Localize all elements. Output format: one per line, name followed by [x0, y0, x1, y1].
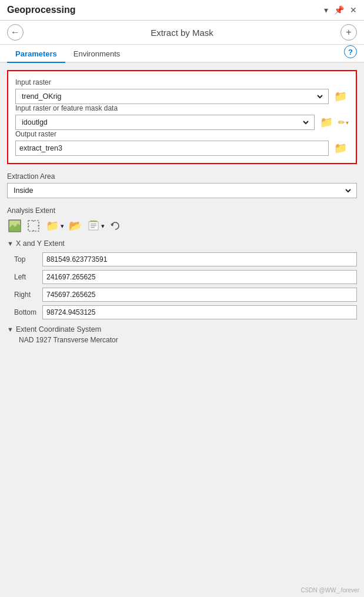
input-mask-browse-button[interactable]: 📁: [318, 115, 335, 130]
tab-parameters[interactable]: Parameters: [7, 45, 65, 63]
paste-chevron[interactable]: ▾: [101, 222, 105, 230]
folder-icon-4: 📁: [46, 219, 59, 232]
bottom-input[interactable]: [42, 305, 357, 319]
bottom-label: Bottom: [7, 308, 42, 316]
back-arrow-icon: ←: [11, 27, 20, 38]
help-button[interactable]: ?: [344, 45, 357, 58]
tabs-bar: Parameters Environments ?: [0, 45, 364, 63]
svg-rect-10: [91, 225, 96, 226]
input-raster-browse-button[interactable]: 📁: [332, 89, 349, 104]
pencil-chevron: ▾: [346, 119, 349, 126]
input-raster-select[interactable]: trend_OKrig: [19, 92, 325, 101]
bottom-field-row: Bottom: [7, 305, 357, 319]
extraction-area-section: Extraction Area Inside Outside: [7, 172, 357, 198]
undo-icon: [109, 220, 121, 232]
extraction-area-label: Extraction Area: [7, 172, 357, 181]
plus-icon: +: [346, 27, 351, 38]
extraction-area-dropdown[interactable]: Inside Outside: [7, 183, 357, 198]
xy-extent-label: X and Y Extent: [16, 239, 65, 248]
coord-system-label: Extent Coordinate System: [16, 325, 101, 333]
output-raster-browse-button[interactable]: 📁: [332, 141, 349, 156]
pencil-icon: ✏: [338, 118, 345, 127]
coord-system-value: NAD 1927 Transverse Mercator: [7, 336, 357, 344]
pin-icon[interactable]: 📌: [334, 5, 344, 15]
xy-collapse-arrow: ▼: [7, 240, 14, 247]
folder-chevron[interactable]: ▾: [61, 222, 64, 230]
folder-dropdown-group: 📁 ▾: [45, 218, 64, 234]
draw-extent-button[interactable]: [26, 218, 41, 234]
undo-button[interactable]: [108, 219, 122, 233]
input-mask-group: Input raster or feature mask data idoutl…: [15, 104, 349, 130]
input-raster-dropdown[interactable]: trend_OKrig: [15, 89, 329, 104]
map-icon: [8, 219, 21, 232]
required-fields-section: Input raster trend_OKrig 📁 Input raster …: [7, 70, 357, 164]
paste-dropdown-group: ▾: [86, 219, 105, 233]
analysis-extent-section: Analysis Extent: [7, 206, 357, 344]
paste-icon: [88, 220, 99, 232]
folder-icon-3: 📁: [334, 142, 347, 155]
main-content: Input raster trend_OKrig 📁 Input raster …: [0, 63, 364, 359]
right-field-row: Right: [7, 288, 357, 302]
svg-rect-9: [91, 224, 96, 225]
add-button[interactable]: +: [340, 24, 357, 41]
app-title: Geoprocessing: [7, 5, 75, 15]
folder-icon-2: 📁: [320, 116, 333, 129]
input-mask-dropdown[interactable]: idoutlgd: [15, 115, 315, 130]
extent-toolbar: 📁 ▾ 📂 ▾: [7, 217, 357, 235]
top-field-row: Top: [7, 252, 357, 266]
input-mask-label: Input raster or feature mask data: [15, 104, 349, 112]
left-input[interactable]: [42, 270, 357, 284]
svg-rect-2: [28, 221, 39, 231]
analysis-extent-label: Analysis Extent: [7, 206, 357, 215]
xy-extent-header[interactable]: ▼ X and Y Extent: [7, 239, 357, 248]
output-raster-label: Output raster: [15, 130, 349, 138]
watermark: CSDN @WW_.forever: [300, 587, 359, 593]
output-raster-group: Output raster 📁: [15, 130, 349, 156]
right-label: Right: [7, 291, 42, 299]
tabs-container: Parameters Environments: [7, 45, 128, 62]
left-field-row: Left: [7, 270, 357, 284]
left-label: Left: [7, 273, 42, 281]
paste-button[interactable]: [86, 219, 101, 233]
input-raster-group: Input raster trend_OKrig 📁: [15, 78, 349, 104]
input-raster-label: Input raster: [15, 78, 349, 86]
coord-collapse-arrow: ▼: [7, 326, 14, 333]
tool-title: Extract by Mask: [151, 28, 213, 38]
right-input[interactable]: [42, 288, 357, 302]
title-bar-controls: ▾ 📌 ✕: [324, 5, 357, 15]
draw-icon: [27, 219, 40, 232]
open-folder-button[interactable]: 📂: [68, 218, 83, 234]
input-mask-edit-button[interactable]: ✏ ▾: [338, 115, 349, 130]
tab-environments[interactable]: Environments: [65, 45, 128, 63]
top-label: Top: [7, 255, 42, 264]
output-raster-row: 📁: [15, 141, 349, 156]
input-mask-row: idoutlgd 📁 ✏ ▾: [15, 115, 349, 130]
nav-bar: ← Extract by Mask +: [0, 21, 364, 45]
title-bar: Geoprocessing ▾ 📌 ✕: [0, 0, 364, 21]
extraction-area-select[interactable]: Inside Outside: [11, 186, 353, 195]
dropdown-icon[interactable]: ▾: [324, 5, 328, 15]
input-raster-row: trend_OKrig 📁: [15, 89, 349, 104]
close-icon[interactable]: ✕: [350, 5, 357, 15]
top-input[interactable]: [42, 252, 357, 266]
svg-marker-12: [111, 223, 113, 226]
map-extent-button[interactable]: [7, 218, 22, 234]
input-mask-select[interactable]: idoutlgd: [19, 118, 310, 127]
folder-icon: 📁: [334, 90, 347, 103]
svg-rect-11: [91, 227, 95, 228]
open-folder-icon: 📂: [69, 219, 82, 232]
output-raster-input[interactable]: [15, 141, 329, 156]
coord-system-header[interactable]: ▼ Extent Coordinate System: [7, 325, 357, 333]
extent-folder-button[interactable]: 📁: [45, 218, 60, 234]
back-button[interactable]: ←: [7, 24, 24, 41]
